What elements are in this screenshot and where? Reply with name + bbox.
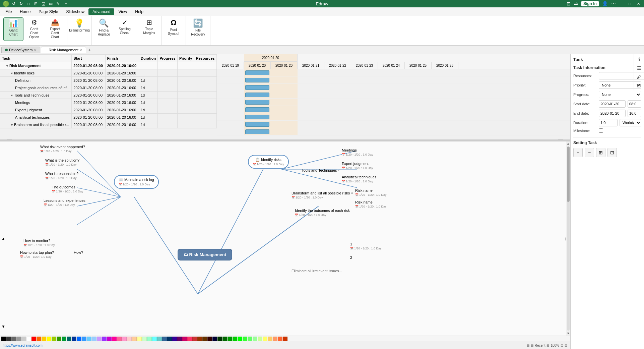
- milestone-checkbox[interactable]: [599, 128, 603, 133]
- panel-icon-data[interactable]: ⊞: [635, 82, 643, 89]
- file-recovery-button[interactable]: 🔄 FileRecovery: [188, 17, 208, 41]
- mm-node-expert[interactable]: Expert judgment 📅1/20 - 1/20 : 1.0 Day: [342, 162, 373, 170]
- minimize-button[interactable]: −: [619, 2, 624, 6]
- color-swatch[interactable]: [162, 337, 167, 341]
- color-swatch[interactable]: [238, 337, 242, 341]
- color-swatch[interactable]: [127, 337, 132, 341]
- gantt-bar[interactable]: [245, 115, 269, 119]
- color-swatch[interactable]: [112, 337, 117, 341]
- zoom-in-button[interactable]: ⊞: [546, 344, 549, 347]
- color-swatch[interactable]: [248, 337, 252, 341]
- color-swatch[interactable]: [147, 337, 152, 341]
- color-swatch[interactable]: [268, 337, 272, 341]
- end-date-input[interactable]: [599, 110, 626, 117]
- mm-node-2[interactable]: 2: [350, 255, 352, 259]
- color-swatch[interactable]: [187, 337, 192, 341]
- spelling-check-button[interactable]: ✓ SpellingCheck: [115, 17, 135, 41]
- color-swatch[interactable]: [132, 337, 137, 341]
- share-icon[interactable]: ⇄: [574, 1, 578, 6]
- export-button[interactable]: ✎: [55, 1, 61, 7]
- table-row[interactable]: Project goals and sources of inf... 2020…: [0, 84, 217, 92]
- setting-add-button[interactable]: +: [573, 148, 583, 157]
- print-button[interactable]: ▭: [48, 1, 54, 7]
- color-swatch[interactable]: [253, 337, 257, 341]
- color-swatch[interactable]: [52, 337, 56, 341]
- mm-node-the-outcomes[interactable]: The outcomes 📅1/20 - 1/20 : 1.0 Day: [52, 185, 83, 193]
- menu-page-style[interactable]: Page Style: [35, 8, 62, 15]
- gantt-bar[interactable]: [245, 70, 269, 75]
- table-row[interactable]: ▼Brainstorm and list all possible r... 2…: [0, 121, 217, 128]
- redo-button[interactable]: ↻: [18, 1, 24, 7]
- user-icon[interactable]: 👤: [602, 1, 608, 6]
- save-button[interactable]: ◱: [40, 1, 46, 7]
- new-button[interactable]: □: [25, 1, 31, 7]
- color-swatch[interactable]: [167, 337, 172, 341]
- mm-node-lessons[interactable]: Lessons and experiences 📅1/20 - 1/20 : 1…: [44, 198, 85, 207]
- color-swatch[interactable]: [142, 337, 147, 341]
- mm-node-tools[interactable]: Tools and Techniques ○: [302, 168, 340, 172]
- menu-advanced[interactable]: Advanced: [88, 8, 114, 15]
- color-swatch[interactable]: [212, 337, 217, 341]
- color-swatch[interactable]: [6, 337, 11, 341]
- scroll-down-btn[interactable]: ▼: [566, 331, 570, 336]
- menu-home[interactable]: Home: [16, 8, 35, 15]
- color-swatch[interactable]: [47, 337, 51, 341]
- color-swatch[interactable]: [273, 337, 277, 341]
- mm-node-solution[interactable]: What is the solution? 📅1/20 - 1/20 : 1.0…: [45, 158, 79, 166]
- color-swatch[interactable]: [42, 337, 46, 341]
- menu-view[interactable]: View: [114, 8, 131, 15]
- table-row[interactable]: Meetings 2020-01-20 08:00 2020-01-20 16:…: [0, 99, 217, 106]
- color-swatch[interactable]: [263, 337, 267, 341]
- scroll-up-btn[interactable]: ▲: [566, 141, 570, 146]
- tab-close-button[interactable]: ✕: [34, 48, 37, 52]
- start-time-input[interactable]: [628, 100, 641, 108]
- gantt-bar[interactable]: [245, 93, 269, 97]
- color-swatch[interactable]: [243, 337, 247, 341]
- color-swatch[interactable]: [137, 337, 142, 341]
- progress-select[interactable]: None 0% 25% 50% 75% 100%: [599, 91, 641, 98]
- mm-node-how[interactable]: How?: [74, 250, 83, 254]
- end-time-input[interactable]: [628, 110, 641, 117]
- setting-table-button[interactable]: ⊡: [607, 148, 617, 157]
- topic-margins-button[interactable]: ⊞ TopicMargins: [139, 17, 159, 41]
- close-button[interactable]: ✕: [636, 2, 641, 6]
- panel-icon-style[interactable]: 🖌: [635, 73, 643, 80]
- color-swatch[interactable]: [11, 337, 16, 341]
- tab-risk-close-button[interactable]: ✕: [80, 48, 82, 52]
- color-swatch[interactable]: [37, 337, 41, 341]
- gantt-chart-option-button[interactable]: ⚙ Gantt ChartOption: [24, 17, 44, 41]
- menu-slideshow[interactable]: Slideshow: [62, 8, 88, 15]
- font-symbol-button[interactable]: Ω FontSymbol: [164, 17, 184, 41]
- color-swatch[interactable]: [283, 337, 287, 341]
- color-swatch[interactable]: [228, 337, 232, 341]
- start-date-input[interactable]: [599, 100, 626, 108]
- maximize-button[interactable]: □: [627, 2, 632, 6]
- panel-icon-list[interactable]: ☰: [635, 64, 643, 72]
- color-swatch[interactable]: [152, 337, 157, 341]
- table-row[interactable]: Definition 2020-01-20 08:00 2020-01-20 1…: [0, 77, 217, 84]
- color-swatch[interactable]: [26, 337, 31, 341]
- color-swatch[interactable]: [16, 337, 21, 341]
- mm-node-eliminate[interactable]: Eliminate all irrelevant issues...: [292, 269, 342, 273]
- more-button[interactable]: ⋯: [62, 1, 68, 7]
- mm-node-what-risk[interactable]: What risk event happened? 📅1/20 - 1/20 :…: [40, 145, 85, 153]
- color-swatch[interactable]: [217, 337, 222, 341]
- mm-node-risk2[interactable]: Risk name 📅1/20 - 1/20 : 1.0 Day: [355, 200, 387, 208]
- color-swatch[interactable]: [122, 337, 127, 341]
- sign-in-button[interactable]: Sign In: [581, 1, 599, 6]
- new-tab-button[interactable]: +: [88, 47, 91, 53]
- mm-node-meetings[interactable]: Meetings 📅1/20 - 1/20 : 1.0 Day: [342, 148, 373, 156]
- color-swatch[interactable]: [207, 337, 212, 341]
- mm-node-central[interactable]: 🗂 Risk Management: [178, 249, 232, 260]
- table-row[interactable]: Expert judgment 2020-01-20 08:00 2020-01…: [0, 106, 217, 114]
- color-swatch[interactable]: [197, 337, 202, 341]
- duration-input[interactable]: [599, 119, 618, 126]
- open-button[interactable]: ⊞: [33, 1, 39, 7]
- mm-node-how-monitor[interactable]: How to monitor? 📅1/20 - 1/20 : 1.0 Day: [23, 239, 55, 247]
- mm-node-1[interactable]: 1 📅1/20 - 1/20 : 1.0 Day: [350, 242, 382, 250]
- color-swatch[interactable]: [92, 337, 96, 341]
- color-swatch[interactable]: [87, 337, 91, 341]
- gantt-bar[interactable]: [245, 129, 269, 134]
- table-row[interactable]: ▼Identify risks 2020-01-20 08:00 2020-01…: [0, 69, 217, 77]
- website-link[interactable]: https://www.edrawsoft.com: [3, 344, 43, 347]
